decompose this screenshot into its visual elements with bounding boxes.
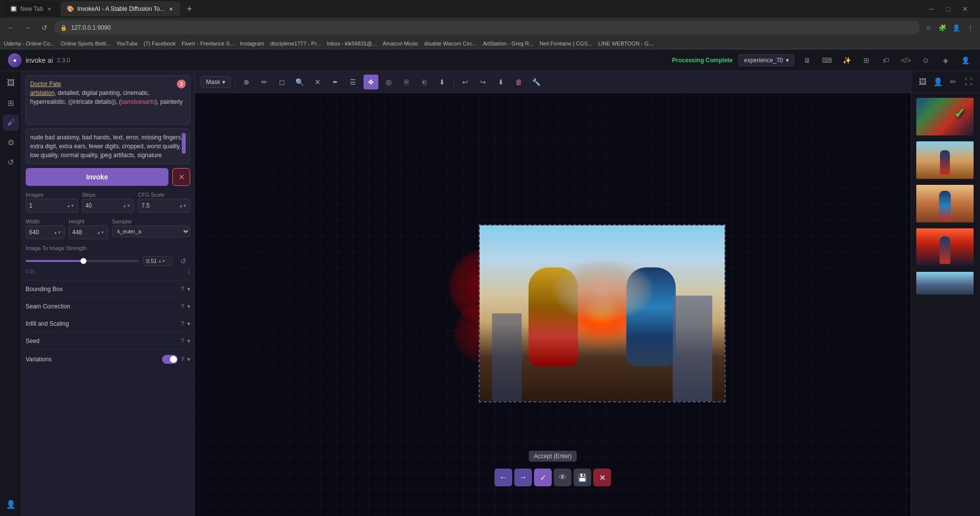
sidebar-settings-btn[interactable]: ⚙ xyxy=(3,134,19,150)
tab-close-invoke-btn[interactable]: ✕ xyxy=(167,5,174,12)
chevron-down-icon-seam[interactable]: ▾ xyxy=(187,303,190,310)
canvas-tool-menu[interactable]: ☰ xyxy=(346,75,361,89)
cfg-input[interactable]: ▲▼ xyxy=(138,199,190,213)
right-user-btn[interactable]: 👤 xyxy=(931,74,946,90)
accept-btn[interactable]: ✓ xyxy=(534,469,552,486)
sidebar-history-btn[interactable]: ↺ xyxy=(3,154,19,170)
canvas-tool-brush[interactable]: ✏ xyxy=(257,75,272,89)
bookmark-webtoon[interactable]: LINE WEBTOON - G... xyxy=(598,41,653,46)
save-btn[interactable]: 💾 xyxy=(573,469,591,486)
variations-toggle[interactable] xyxy=(162,355,178,364)
close-window-btn[interactable]: ✕ xyxy=(958,2,972,16)
canvas-image[interactable] xyxy=(479,224,726,402)
bookmark-facebook[interactable]: (7) Facebook xyxy=(144,41,176,46)
canvas-tool-settings[interactable]: 🔧 xyxy=(529,75,544,89)
tab-new-tab[interactable]: 🔲 New Tab ✕ xyxy=(4,1,59,16)
help-icon-infill[interactable]: ? xyxy=(181,320,184,327)
minimize-btn[interactable]: ─ xyxy=(925,2,939,16)
bookmark-disciple[interactable]: disciplene1777 - Pr... xyxy=(270,41,321,46)
sidebar-layers-btn[interactable]: ⊞ xyxy=(3,95,19,111)
keyboard-icon[interactable]: ⌨ xyxy=(820,53,834,67)
img2img-slider-container[interactable] xyxy=(26,257,139,265)
cfg-spinner[interactable]: ▲▼ xyxy=(179,204,187,208)
img2img-value-input[interactable]: 0.51 ▲▼ xyxy=(143,256,172,266)
thumbnail-4[interactable] xyxy=(915,227,975,267)
thumbnail-1[interactable]: ✓ xyxy=(915,97,975,136)
images-value[interactable] xyxy=(29,202,67,209)
cfg-value[interactable] xyxy=(141,202,179,209)
cancel-button[interactable]: ✕ xyxy=(172,168,190,186)
chevron-down-icon-variations[interactable]: ▾ xyxy=(187,356,190,363)
img2img-reset-btn[interactable]: ↺ xyxy=(176,254,190,268)
menu-btn[interactable]: ⋮ xyxy=(964,22,976,34)
bookmark-youtube[interactable]: YouTube xyxy=(117,41,138,46)
canvas-tool-paste[interactable]: ⎗ xyxy=(417,75,432,89)
canvas-tool-eraser[interactable]: ◻ xyxy=(275,75,289,89)
canvas-tool-move[interactable]: ✥ xyxy=(364,75,378,89)
user-icon[interactable]: 👤 xyxy=(958,53,972,67)
canvas-tool-delete[interactable]: 🗑 xyxy=(511,75,526,89)
bounding-box-header[interactable]: Bounding Box ? ▾ xyxy=(26,285,190,294)
eye-btn[interactable]: 👁 xyxy=(554,469,572,486)
canvas-tool-pen[interactable]: ✒ xyxy=(328,75,343,89)
negative-prompt-box[interactable]: nude bad anatomy, bad hands, text, error… xyxy=(26,129,190,164)
back-btn[interactable]: ← xyxy=(4,21,18,35)
tab-invoke[interactable]: 🎨 InvokeAI - A Stable Diffusion To... ✕ xyxy=(61,1,180,16)
tab-close-btn[interactable]: ✕ xyxy=(46,5,53,12)
width-input[interactable]: ▲▼ xyxy=(26,225,65,239)
thumbnail-2[interactable] xyxy=(915,140,975,180)
images-input[interactable]: ▲▼ xyxy=(26,199,78,213)
steps-value[interactable] xyxy=(85,202,123,209)
slider-thumb[interactable] xyxy=(81,258,86,264)
monitor-icon[interactable]: 🖥 xyxy=(800,53,814,67)
canvas-tool-download[interactable]: ⬇ xyxy=(435,75,449,89)
bookmark-udemy[interactable]: Udemy - Online Co... xyxy=(4,41,55,46)
experience-select[interactable]: experience_70 ▾ xyxy=(738,54,794,66)
canvas-tool-zoom[interactable]: 🔍 xyxy=(292,75,307,89)
bookmark-neil[interactable]: Neil Fontaine | CGS... xyxy=(539,41,592,46)
invoke-button[interactable]: Invoke xyxy=(26,168,168,186)
right-expand-btn[interactable]: ⛶ xyxy=(961,74,976,90)
bookmark-sports[interactable]: Online Sports Betti... xyxy=(61,41,111,46)
bookmark-fiverr[interactable]: Fiverr - Freelance S... xyxy=(182,41,234,46)
next-btn[interactable]: → xyxy=(514,469,532,486)
mask-dropdown[interactable]: Mask ▾ xyxy=(201,76,231,88)
img2img-spinner[interactable]: ▲▼ xyxy=(158,259,165,263)
maximize-btn[interactable]: □ xyxy=(941,2,955,16)
canvas-tool-connect[interactable]: ⊕ xyxy=(239,75,254,89)
right-image-btn[interactable]: 🖼 xyxy=(915,74,931,90)
right-edit-btn[interactable]: ✏ xyxy=(946,74,961,90)
canvas-tool-undo[interactable]: ↩ xyxy=(458,75,473,89)
steps-input[interactable]: ▲▼ xyxy=(82,199,134,213)
magic-icon[interactable]: ✨ xyxy=(840,53,854,67)
new-tab-button[interactable]: + xyxy=(182,2,196,16)
thumbnail-5[interactable] xyxy=(915,271,975,296)
help-icon[interactable]: ? xyxy=(181,286,184,293)
sidebar-user-btn[interactable]: 👤 xyxy=(3,496,19,512)
sampler-select[interactable]: k_euler_a xyxy=(112,225,191,237)
bookmark-amazon[interactable]: Amazon Music xyxy=(383,41,418,46)
help-icon-seam[interactable]: ? xyxy=(181,303,184,310)
canvas-tool-export[interactable]: ⬇ xyxy=(493,75,508,89)
thumbnail-3[interactable] xyxy=(915,184,975,223)
forward-btn[interactable]: → xyxy=(21,21,35,35)
discard-btn[interactable]: ✕ xyxy=(593,469,611,486)
star-btn[interactable]: ☆ xyxy=(923,22,935,34)
discord-icon[interactable]: ◈ xyxy=(939,53,952,67)
chevron-down-icon-infill[interactable]: ▾ xyxy=(187,320,190,327)
images-spinner[interactable]: ▲▼ xyxy=(67,204,75,208)
canvas-tool-close[interactable]: ✕ xyxy=(310,75,325,89)
tag-icon[interactable]: 🏷 xyxy=(879,53,893,67)
sidebar-image-btn[interactable]: 🖼 xyxy=(3,75,19,91)
chevron-down-icon[interactable]: ▾ xyxy=(187,286,190,293)
code-icon[interactable]: </> xyxy=(899,53,913,67)
variations-header[interactable]: Variations ? ▾ xyxy=(26,354,190,365)
steps-spinner[interactable]: ▲▼ xyxy=(122,204,130,208)
canvas-tool-redo[interactable]: ↪ xyxy=(476,75,490,89)
address-bar[interactable]: 🔒 127.0.0.1:9090 xyxy=(54,21,920,35)
bookmark-inbox[interactable]: Inbox - klk56831@... xyxy=(327,41,377,46)
canvas-viewport[interactable]: Accept (Enter) ← → ✓ 👁 💾 xyxy=(195,93,911,516)
chevron-down-icon-seed[interactable]: ▾ xyxy=(187,338,190,344)
help-icon-seed[interactable]: ? xyxy=(181,338,184,344)
width-spinner[interactable]: ▲▼ xyxy=(53,230,61,235)
